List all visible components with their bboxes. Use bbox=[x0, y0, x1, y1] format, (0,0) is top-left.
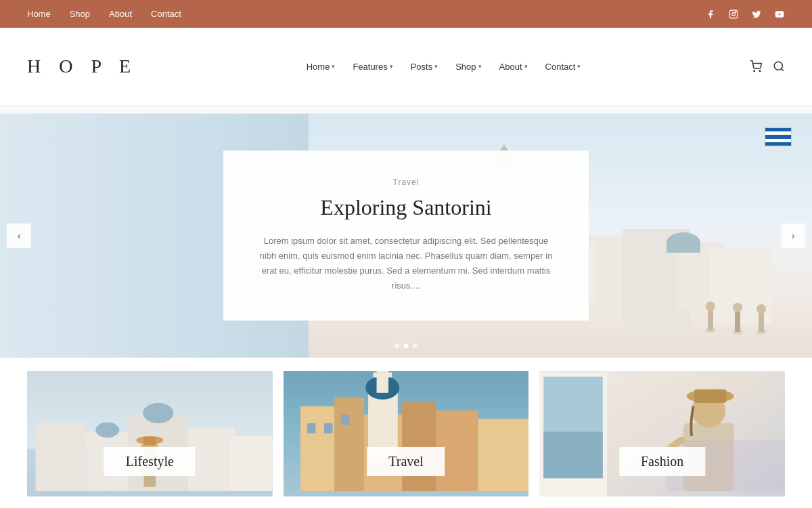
fashion-label-wrapper: Fashion bbox=[619, 447, 705, 476]
cart-icon[interactable] bbox=[750, 60, 762, 72]
top-nav-home[interactable]: Home bbox=[27, 9, 51, 19]
next-arrow[interactable]: › bbox=[781, 224, 805, 248]
main-nav: Home ▾ Features ▾ Posts ▾ Shop ▾ About ▾… bbox=[300, 58, 588, 76]
top-bar: Home Shop About Contact bbox=[0, 0, 812, 28]
svg-rect-15 bbox=[759, 313, 764, 332]
greek-flag bbox=[765, 127, 792, 146]
category-fashion[interactable]: Fashion bbox=[539, 371, 785, 496]
svg-point-16 bbox=[757, 304, 766, 314]
nav-contact[interactable]: Contact ▾ bbox=[539, 58, 588, 76]
search-icon[interactable] bbox=[773, 60, 785, 72]
lifestyle-label: Lifestyle bbox=[126, 454, 174, 469]
category-travel[interactable]: Travel bbox=[284, 371, 529, 496]
top-bar-nav: Home Shop About Contact bbox=[27, 9, 181, 19]
hero-excerpt: Lorem ipsum dolor sit amet, consectetur … bbox=[257, 234, 555, 293]
svg-rect-36 bbox=[478, 419, 528, 491]
chevron-down-icon: ▾ bbox=[478, 63, 482, 70]
svg-rect-32 bbox=[334, 398, 364, 491]
svg-rect-41 bbox=[307, 423, 316, 433]
hero-category: Travel bbox=[257, 177, 555, 187]
hero-slider: ‹ › Travel Exploring Santorini Lorem ips… bbox=[0, 114, 812, 358]
svg-rect-47 bbox=[544, 431, 604, 478]
facebook-icon[interactable] bbox=[705, 9, 716, 20]
svg-point-6 bbox=[774, 62, 782, 70]
nav-about[interactable]: About ▾ bbox=[493, 58, 535, 76]
nav-features[interactable]: Features ▾ bbox=[346, 58, 399, 76]
svg-rect-29 bbox=[144, 437, 156, 446]
header-icons bbox=[750, 60, 785, 72]
svg-rect-0 bbox=[729, 10, 738, 18]
travel-bg bbox=[284, 371, 529, 496]
svg-point-10 bbox=[706, 301, 715, 311]
top-nav-shop[interactable]: Shop bbox=[70, 9, 90, 19]
svg-rect-42 bbox=[324, 423, 333, 433]
categories-section: Lifestyle bbox=[0, 358, 812, 496]
site-logo[interactable]: H O P E bbox=[27, 56, 137, 77]
hero-card: Travel Exploring Santorini Lorem ipsum d… bbox=[223, 150, 589, 320]
svg-rect-40 bbox=[373, 373, 392, 378]
svg-rect-9 bbox=[708, 310, 713, 331]
dome bbox=[667, 232, 700, 253]
nav-home[interactable]: Home ▾ bbox=[300, 58, 342, 76]
social-links bbox=[705, 9, 785, 20]
dot-3[interactable] bbox=[413, 343, 418, 348]
youtube-icon[interactable] bbox=[774, 9, 785, 20]
fashion-bg bbox=[539, 371, 785, 496]
svg-point-24 bbox=[143, 403, 173, 423]
chevron-down-icon: ▾ bbox=[577, 63, 581, 70]
svg-point-25 bbox=[95, 423, 119, 438]
instagram-icon[interactable] bbox=[728, 9, 739, 20]
chevron-down-icon: ▾ bbox=[332, 63, 335, 70]
svg-rect-12 bbox=[735, 312, 740, 332]
chevron-down-icon: ▾ bbox=[390, 63, 393, 70]
svg-rect-43 bbox=[341, 415, 350, 425]
svg-rect-23 bbox=[230, 436, 273, 491]
top-nav-contact[interactable]: Contact bbox=[151, 9, 181, 19]
lifestyle-label-wrapper: Lifestyle bbox=[104, 447, 196, 476]
dot-1[interactable] bbox=[395, 343, 400, 348]
svg-rect-31 bbox=[300, 406, 334, 491]
people-silhouettes bbox=[697, 283, 778, 337]
nav-posts[interactable]: Posts ▾ bbox=[404, 58, 445, 76]
main-header: H O P E Home ▾ Features ▾ Posts ▾ Shop ▾… bbox=[0, 28, 812, 106]
svg-point-1 bbox=[732, 12, 736, 16]
travel-label: Travel bbox=[388, 454, 423, 469]
slider-dots bbox=[395, 343, 418, 348]
travel-label-wrapper: Travel bbox=[367, 447, 445, 476]
fashion-label: Fashion bbox=[641, 454, 683, 469]
chevron-down-icon: ▾ bbox=[524, 63, 528, 70]
travel-scene bbox=[284, 371, 529, 496]
chevron-down-icon: ▾ bbox=[434, 63, 438, 70]
svg-point-2 bbox=[736, 12, 736, 12]
svg-point-13 bbox=[733, 303, 742, 312]
nav-shop[interactable]: Shop ▾ bbox=[449, 58, 488, 76]
svg-point-4 bbox=[754, 70, 755, 72]
top-nav-about[interactable]: About bbox=[109, 9, 132, 19]
dot-2[interactable] bbox=[404, 343, 409, 348]
lifestyle-bg bbox=[27, 371, 273, 496]
svg-rect-51 bbox=[694, 389, 727, 403]
svg-point-5 bbox=[759, 70, 761, 72]
twitter-icon[interactable] bbox=[751, 9, 762, 20]
hero-title: Exploring Santorini bbox=[257, 195, 555, 220]
svg-rect-19 bbox=[36, 423, 87, 491]
category-lifestyle[interactable]: Lifestyle bbox=[27, 371, 273, 496]
svg-line-7 bbox=[781, 68, 783, 70]
lifestyle-scene bbox=[27, 371, 273, 496]
prev-arrow[interactable]: ‹ bbox=[7, 224, 31, 248]
fashion-scene bbox=[539, 371, 785, 496]
header-separator bbox=[0, 106, 812, 114]
